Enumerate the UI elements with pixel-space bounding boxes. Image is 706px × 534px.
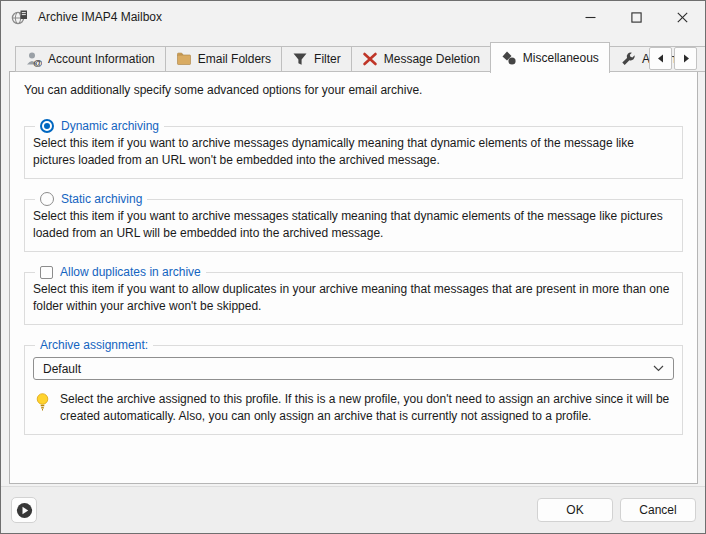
wrench-icon xyxy=(620,51,636,67)
allow-duplicates-checkbox[interactable] xyxy=(40,266,53,279)
minimize-icon xyxy=(585,12,596,23)
maximize-button[interactable] xyxy=(613,1,659,33)
tab-content-miscellaneous: You can additionally specify some advanc… xyxy=(9,71,698,484)
minimize-button[interactable] xyxy=(567,1,613,33)
tab-label: Miscellaneous xyxy=(523,51,599,65)
option-label[interactable]: Dynamic archiving xyxy=(61,119,159,133)
static-archiving-group: Static archiving Select this item if you… xyxy=(24,192,683,252)
tab-label: Email Folders xyxy=(198,52,271,66)
tab-label: Filter xyxy=(314,52,341,66)
dropdown-value: Default xyxy=(43,362,81,376)
tab-scroller xyxy=(649,47,697,70)
scroll-tabs-left-button[interactable] xyxy=(649,47,672,70)
chevron-down-icon xyxy=(653,365,664,372)
option-description: Select this item if you want to archive … xyxy=(33,207,674,242)
dynamic-archiving-radio[interactable] xyxy=(40,119,54,133)
option-description: Select this item if you want to archive … xyxy=(33,134,674,169)
play-icon xyxy=(16,502,33,519)
arrow-left-icon xyxy=(657,54,665,63)
static-archiving-radio[interactable] xyxy=(40,192,54,206)
archive-assignment-dropdown[interactable]: Default xyxy=(33,357,674,380)
funnel-icon xyxy=(292,51,308,67)
option-label[interactable]: Static archiving xyxy=(61,192,142,206)
archive-assignment-tip: Select the archive assigned to this prof… xyxy=(33,389,674,425)
lightbulb-icon xyxy=(35,393,50,412)
archive-assignment-group: Archive assignment: Default Select the a… xyxy=(24,338,683,435)
scroll-tabs-right-button[interactable] xyxy=(674,47,697,70)
option-description: Select this item if you want to allow du… xyxy=(33,280,674,315)
tab-miscellaneous[interactable]: Miscellaneous xyxy=(490,42,610,73)
footer-bar: OK Cancel xyxy=(1,486,705,533)
svg-text:@: @ xyxy=(33,57,42,68)
miscellaneous-icon xyxy=(501,50,517,66)
tab-email-folders[interactable]: Email Folders xyxy=(165,46,282,72)
mailbox-globe-icon xyxy=(11,9,28,26)
close-button[interactable] xyxy=(659,1,705,33)
dynamic-archiving-group: Dynamic archiving Select this item if yo… xyxy=(24,119,683,179)
window-title: Archive IMAP4 Mailbox xyxy=(38,10,162,24)
tab-label: Account Information xyxy=(48,52,155,66)
tab-message-deletion[interactable]: Message Deletion xyxy=(351,46,491,72)
option-label[interactable]: Allow duplicates in archive xyxy=(60,265,201,279)
intro-text: You can additionally specify some advanc… xyxy=(24,83,683,97)
allow-duplicates-option[interactable]: Allow duplicates in archive xyxy=(35,265,206,279)
close-icon xyxy=(677,12,688,23)
static-archiving-option[interactable]: Static archiving xyxy=(35,192,147,206)
tip-text: Select the archive assigned to this prof… xyxy=(60,391,674,425)
archive-imap4-mailbox-dialog: Archive IMAP4 Mailbox @ Account Informat… xyxy=(0,0,706,534)
tab-label: Message Deletion xyxy=(384,52,480,66)
archive-assignment-label: Archive assignment: xyxy=(35,338,153,352)
tab-account-information[interactable]: @ Account Information xyxy=(15,46,166,72)
ok-button[interactable]: OK xyxy=(537,498,613,522)
dynamic-archiving-option[interactable]: Dynamic archiving xyxy=(35,119,164,133)
title-bar: Archive IMAP4 Mailbox xyxy=(1,1,705,33)
red-x-icon xyxy=(362,51,378,67)
allow-duplicates-group: Allow duplicates in archive Select this … xyxy=(24,265,683,325)
tab-filter[interactable]: Filter xyxy=(281,46,352,72)
maximize-icon xyxy=(631,12,642,23)
run-profile-button[interactable] xyxy=(11,497,37,523)
folder-icon xyxy=(176,51,192,67)
account-at-icon: @ xyxy=(26,51,42,67)
arrow-right-icon xyxy=(682,54,690,63)
tab-strip: @ Account Information Email Folders Filt… xyxy=(15,42,706,72)
cancel-button[interactable]: Cancel xyxy=(620,498,696,522)
